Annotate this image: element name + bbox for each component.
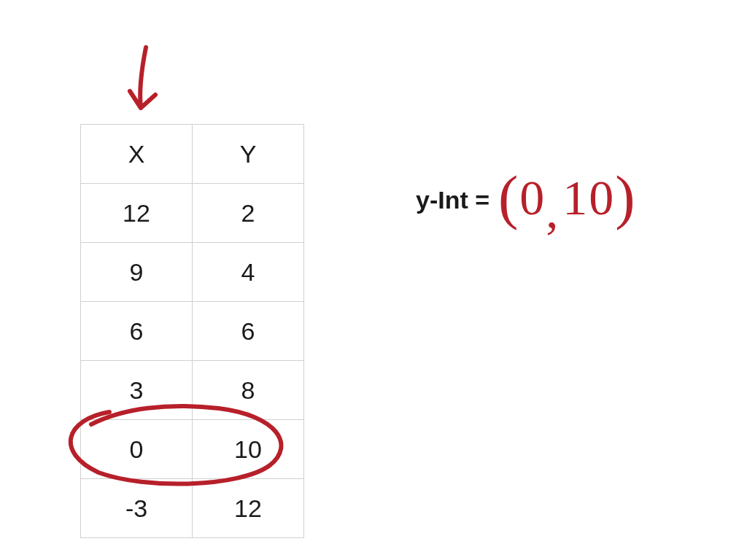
cell-y: 4	[193, 243, 304, 302]
cell-x: -3	[81, 479, 193, 538]
cell-y: 8	[193, 361, 304, 420]
table-row: 3 8	[81, 361, 304, 420]
cell-x: 9	[81, 243, 193, 302]
answer-comma: ,	[546, 183, 560, 238]
table-row: 9 4	[81, 243, 304, 302]
cell-y: 12	[193, 479, 304, 538]
table-row: 6 6	[81, 302, 304, 361]
table-row: 12 2	[81, 184, 304, 243]
table-row: 0 10	[81, 420, 304, 479]
cell-x: 0	[81, 420, 193, 479]
y-intercept-answer: (0,10)	[498, 160, 637, 229]
cell-x: 12	[81, 184, 193, 243]
table-header-row: X Y	[81, 125, 304, 184]
xy-table: X Y 12 2 9 4 6 6 3 8 0 10	[80, 124, 304, 538]
header-y: Y	[193, 125, 304, 184]
y-intercept-label: y-Int =	[416, 186, 489, 214]
worksheet-canvas: X Y 12 2 9 4 6 6 3 8 0 10	[0, 0, 747, 560]
header-x: X	[81, 125, 193, 184]
cell-y: 6	[193, 302, 304, 361]
open-paren: (	[498, 164, 519, 230]
cell-x: 3	[81, 361, 193, 420]
arrow-down-icon	[130, 47, 155, 108]
cell-y: 10	[193, 420, 304, 479]
answer-x: 0	[519, 170, 546, 225]
close-paren: )	[615, 164, 636, 230]
cell-y: 2	[193, 184, 304, 243]
table-row: -3 12	[81, 479, 304, 538]
cell-x: 6	[81, 302, 193, 361]
answer-y: 10	[562, 170, 615, 225]
